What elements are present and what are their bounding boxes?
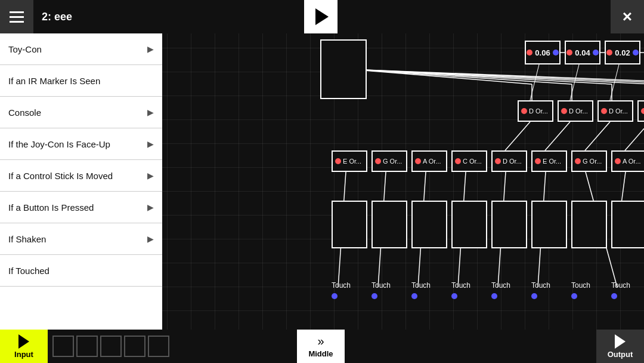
touch-label-bottom-0: Touch: [332, 281, 351, 299]
touch-text: Touch: [451, 281, 470, 290]
menu-button[interactable]: [0, 0, 33, 33]
touch-label-bottom-1: Touch: [371, 281, 391, 299]
touch-label-bottom-7: Touch: [611, 281, 630, 299]
sidebar-item-label: If the Joy-Con Is Face-Up: [8, 139, 110, 149]
middle-button[interactable]: » Middle: [297, 330, 345, 363]
arrow-icon: ▶: [147, 139, 154, 149]
sidebar: Toy-Con ▶ If an IR Marker Is Seen Consol…: [0, 33, 162, 330]
mid-box-label: A Or...: [623, 158, 641, 165]
bottom-bar: Input » Middle Output: [0, 330, 644, 363]
svg-line-14: [610, 64, 619, 100]
lower-box-0[interactable]: [332, 201, 367, 248]
canvas-area: 0.06»0.04»0.02»0.04»0.04»0.10 Touch D Or…: [162, 33, 644, 330]
svg-line-2: [350, 69, 572, 84]
middle-label: Middle: [308, 349, 333, 358]
mid-box-3[interactable]: C Or...: [451, 150, 487, 172]
svg-line-20: [585, 122, 610, 150]
sidebar-item-label: Toy-Con: [8, 44, 42, 54]
touch-text: Touch: [611, 281, 630, 290]
touch-label-bottom-2: Touch: [411, 281, 431, 299]
mid-box-label: E Or...: [543, 158, 561, 165]
sidebar-item-touched[interactable]: If Touched: [0, 255, 162, 287]
lower-box-1[interactable]: [371, 201, 407, 248]
connector-dot-red: [615, 158, 621, 164]
num-box-1[interactable]: 0.04»: [565, 41, 600, 64]
connector-dot-blue: [611, 293, 617, 299]
mid-box-2[interactable]: A Or...: [411, 150, 447, 172]
mid-box-7[interactable]: A Or...: [611, 150, 644, 172]
connector-dot-blue: [531, 293, 537, 299]
sidebar-item-label: If Shaken: [8, 234, 46, 244]
output-label: Output: [608, 350, 633, 359]
lower-box-6[interactable]: [571, 201, 607, 248]
touch-label-bottom-3: Touch: [451, 281, 470, 299]
touch-text: Touch: [371, 281, 391, 290]
sidebar-item-shaken[interactable]: If Shaken ▶: [0, 223, 162, 255]
mid-box-label: D Or...: [503, 158, 522, 165]
d-box-top-1[interactable]: D Or...: [558, 100, 593, 122]
touch-label-bottom-6: Touch: [571, 281, 590, 299]
hamburger-icon: [10, 11, 24, 23]
arrow-icon: ▶: [147, 107, 154, 117]
svg-line-12: [530, 64, 539, 100]
svg-line-6: [350, 69, 644, 84]
touch-label-bottom-5: Touch: [531, 281, 550, 299]
arrow-icon: ▶: [147, 202, 154, 212]
mid-box-label: E Or...: [343, 158, 361, 165]
tab-title: 2: eee: [42, 11, 72, 23]
lower-box-3[interactable]: [451, 201, 487, 248]
svg-line-8: [350, 69, 644, 84]
svg-line-21: [625, 122, 644, 150]
input-button[interactable]: Input: [0, 330, 48, 363]
mid-box-1[interactable]: G Or...: [371, 150, 407, 172]
close-icon: ×: [623, 7, 632, 26]
sidebar-item-irmarker[interactable]: If an IR Marker Is Seen: [0, 65, 162, 97]
mid-box-label: C Or...: [463, 158, 482, 165]
d-box-top-0[interactable]: D Or...: [518, 100, 553, 122]
connector-dot-red: [495, 158, 501, 164]
mid-box-label: G Or...: [383, 158, 402, 165]
connector-dot-red: [601, 108, 607, 114]
play-button[interactable]: [304, 0, 338, 33]
node-thumb: [124, 336, 145, 357]
d-box-top-2[interactable]: D Or...: [597, 100, 633, 122]
close-button[interactable]: ×: [611, 0, 644, 33]
sidebar-item-button-pressed[interactable]: If a Button Is Pressed ▶: [0, 192, 162, 223]
connector-dot-blue: [451, 293, 457, 299]
mid-box-label: A Or...: [423, 158, 441, 165]
sidebar-item-label: If a Button Is Pressed: [8, 202, 94, 213]
num-box-0[interactable]: 0.06»: [525, 41, 561, 64]
lower-box-2[interactable]: [411, 201, 447, 248]
sidebar-item-console[interactable]: Console ▶: [0, 97, 162, 128]
connector-dot-red: [375, 158, 381, 164]
sidebar-item-control-stick[interactable]: If a Control Stick Is Moved ▶: [0, 160, 162, 192]
touch-label-bottom-4: Touch: [491, 281, 510, 299]
touch-node-box[interactable]: [320, 39, 367, 99]
lower-box-7[interactable]: [611, 201, 644, 248]
output-arrow-icon: [615, 334, 626, 349]
d-box-label: D Or...: [609, 107, 628, 115]
mid-box-6[interactable]: G Or...: [571, 150, 607, 172]
touch-text: Touch: [411, 281, 431, 290]
connector-dot-red: [566, 50, 572, 56]
touch-text: Touch: [332, 281, 351, 290]
mid-box-5[interactable]: E Or...: [531, 150, 567, 172]
connector-dot-red: [575, 158, 581, 164]
d-box-label: D Or...: [529, 107, 548, 115]
d-box-top-3[interactable]: D Or...: [637, 100, 644, 122]
mid-box-4[interactable]: D Or...: [491, 150, 527, 172]
touch-text: Touch: [531, 281, 550, 290]
output-button[interactable]: Output: [596, 330, 644, 363]
lower-box-5[interactable]: [531, 201, 567, 248]
middle-chevrons-icon: »: [317, 334, 324, 348]
lower-box-4[interactable]: [491, 201, 527, 248]
connector-dot-blue: [371, 293, 377, 299]
num-value: 0.06: [535, 48, 550, 57]
sidebar-item-toycon[interactable]: Toy-Con ▶: [0, 33, 162, 65]
num-box-2[interactable]: 0.02»: [605, 41, 640, 64]
sidebar-item-joycon-faceup[interactable]: If the Joy-Con Is Face-Up ▶: [0, 128, 162, 160]
input-label: Input: [14, 350, 33, 359]
sidebar-item-label: If an IR Marker Is Seen: [8, 76, 100, 86]
mid-box-0[interactable]: E Or...: [332, 150, 367, 172]
connector-dot-blue: [571, 293, 577, 299]
